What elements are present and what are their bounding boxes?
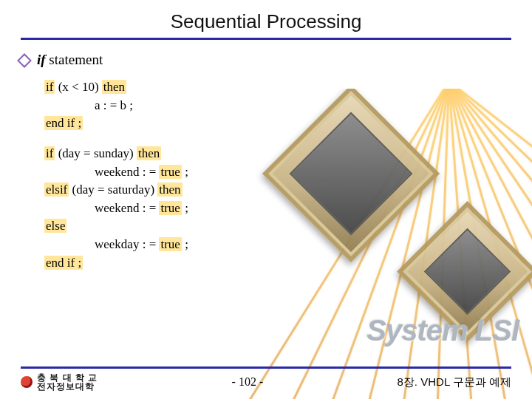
code-area: if (x < 10) then a : = b ; end if ; if (…	[44, 78, 511, 272]
code-text: weekend : =	[44, 165, 159, 179]
hl-endif: end if ;	[44, 256, 83, 270]
diamond-bullet-icon	[17, 53, 32, 68]
university-block: 충 북 대 학 교 전자정보대학	[21, 373, 98, 392]
hl-then: then	[102, 80, 126, 94]
code-line: elsif (day = saturday) then	[44, 181, 511, 200]
hl-elsif: elsif	[44, 183, 69, 197]
footer-rule	[21, 366, 511, 369]
uni-line2: 전자정보대학	[37, 381, 95, 392]
code-line: end if ;	[44, 254, 511, 273]
hl-if: if	[44, 146, 55, 160]
hl-true: true	[159, 165, 181, 179]
code-block-1: if (x < 10) then a : = b ; end if ;	[44, 78, 511, 133]
bullet-heading: if statement	[21, 52, 511, 68]
code-text: ;	[182, 165, 188, 179]
slide-content: Sequential Processing if statement if (x…	[0, 0, 532, 272]
code-line: else	[44, 217, 511, 236]
code-line: weekend : = true ;	[44, 163, 511, 182]
code-line: weekday : = true ;	[44, 236, 511, 254]
code-line: if (day = sunday) then	[44, 145, 511, 163]
hl-else: else	[44, 219, 66, 233]
code-text: weekday : =	[44, 237, 159, 251]
code-line: if (x < 10) then	[44, 78, 511, 97]
code-text: ;	[182, 237, 188, 251]
page-title: Sequential Processing	[21, 10, 511, 33]
code-text: (x < 10)	[55, 80, 101, 94]
hl-then: then	[157, 183, 182, 197]
hl-then: then	[137, 146, 161, 160]
hl-endif: end if ;	[44, 116, 83, 130]
keyword-if: if	[37, 52, 46, 67]
bullet-rest: statement	[46, 52, 103, 67]
watermark-text: System LSI	[366, 314, 519, 347]
page-number: - 102 -	[232, 375, 264, 389]
code-block-2: if (day = sunday) then weekend : = true …	[44, 145, 511, 272]
code-text: ;	[182, 201, 188, 215]
code-line: a : = b ;	[44, 97, 511, 115]
chapter-label: 8장. VHDL 구문과 예제	[398, 375, 511, 389]
hl-true: true	[159, 237, 181, 251]
code-line: end if ;	[44, 115, 511, 133]
hl-true: true	[159, 201, 181, 215]
university-logo-icon	[21, 376, 33, 388]
code-line: weekend : = true ;	[44, 200, 511, 218]
code-text: (day = sunday)	[55, 146, 137, 160]
university-text: 충 북 대 학 교 전자정보대학	[37, 373, 98, 392]
code-text: (day = saturday)	[69, 183, 157, 197]
title-underline	[21, 38, 511, 40]
footer: 충 북 대 학 교 전자정보대학 - 102 - 8장. VHDL 구문과 예제	[0, 366, 532, 392]
code-text: weekend : =	[44, 201, 159, 215]
bullet-label: if statement	[37, 52, 103, 68]
hl-if: if	[44, 80, 55, 94]
